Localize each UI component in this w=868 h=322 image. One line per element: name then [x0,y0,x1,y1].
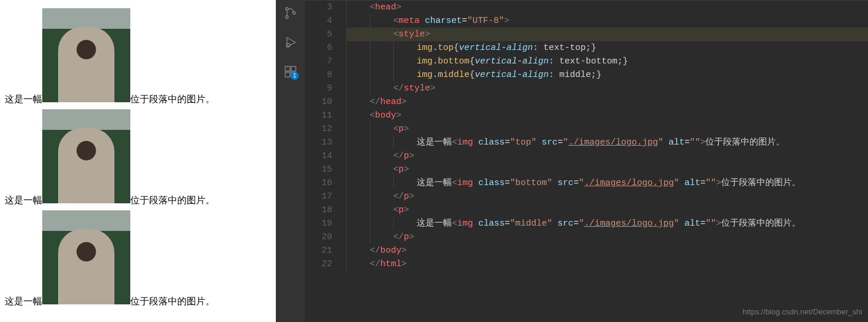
preview-text-after: 位于段落中的图片。 [130,195,215,205]
code-line[interactable]: <body> [346,109,868,122]
source-control-icon[interactable] [283,6,298,20]
watermark-text: https://blog.csdn.net/December_shi [742,305,862,318]
code-line[interactable]: <p> [346,163,868,176]
svg-point-1 [286,16,288,18]
code-line[interactable]: 这是一幅<img class="middle" src="./images/lo… [346,217,868,230]
code-line[interactable]: <head> [346,1,868,14]
code-lines[interactable]: <head><meta charset="UTF-8"><style>img.t… [346,1,868,271]
preview-paragraph-top: 这是一幅位于段落中的图片。 [5,8,271,105]
code-line[interactable]: </html> [346,257,868,271]
code-editor[interactable]: 345678910111213141516171819202122 <head>… [305,0,868,322]
preview-image [42,8,130,102]
code-line[interactable]: <p> [346,203,868,217]
svg-point-2 [293,12,295,14]
preview-image [42,109,130,203]
code-line[interactable]: </head> [346,95,868,109]
preview-text-after: 位于段落中的图片。 [130,94,215,104]
code-line[interactable]: <meta charset="UTF-8"> [346,14,868,28]
run-debug-icon[interactable] [283,35,298,49]
extensions-badge: 1 [291,72,299,80]
code-line[interactable]: <p> [346,122,868,136]
code-line[interactable]: </p> [346,149,868,163]
svg-rect-7 [285,72,290,77]
extensions-icon[interactable]: 1 [283,65,298,79]
code-line[interactable]: <style> [346,28,868,41]
svg-rect-6 [291,66,296,71]
editor-pane: 1 345678910111213141516171819202122 <hea… [276,0,868,322]
code-line[interactable]: img.bottom{vertical-align: text-bottom;} [346,55,868,68]
preview-text-before: 这是一幅 [5,195,42,205]
code-line[interactable]: </body> [346,244,868,257]
code-line[interactable]: img.middle{vertical-align: middle;} [346,68,868,82]
svg-rect-5 [285,66,290,71]
preview-image [42,210,130,304]
code-line[interactable]: </p> [346,230,868,244]
svg-marker-3 [287,38,295,47]
line-number-gutter: 345678910111213141516171819202122 [305,1,346,271]
preview-text-before: 这是一幅 [5,94,42,104]
preview-paragraph-bottom: 这是一幅位于段落中的图片。 [5,109,271,206]
code-line[interactable]: 这是一幅<img class="bottom" src="./images/lo… [346,176,868,190]
preview-paragraph-middle: 这是一幅位于段落中的图片。 [5,210,271,307]
code-line[interactable]: </p> [346,190,868,203]
code-line[interactable]: img.top{vertical-align: text-top;} [346,41,868,55]
preview-text-before: 这是一幅 [5,296,42,306]
code-line[interactable]: </style> [346,82,868,95]
code-line[interactable]: 这是一幅<img class="top" src="./images/logo.… [346,136,868,149]
preview-text-after: 位于段落中的图片。 [130,296,215,306]
activity-bar: 1 [276,0,305,322]
svg-point-0 [286,8,288,10]
browser-preview: 这是一幅位于段落中的图片。 这是一幅位于段落中的图片。 这是一幅位于段落中的图片… [0,0,276,322]
